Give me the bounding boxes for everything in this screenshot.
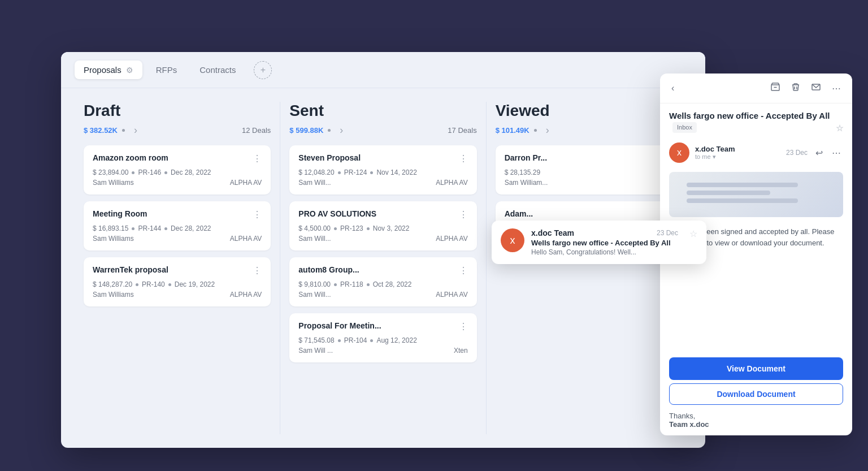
notif-avatar: x	[501, 228, 524, 252]
viewed-amount: $ 101.49K	[496, 126, 530, 135]
notif-subject: Wells fargo new office - Accepted By All	[531, 239, 678, 247]
card-autom8-company: ALPHA AV	[436, 291, 467, 299]
card-pro-av-code: PR-123	[340, 224, 363, 232]
draft-amount: $ 382.52K	[84, 126, 118, 135]
card-meeting-title: Meeting Room	[93, 209, 147, 218]
card-autom8-meta: $ 9,810.00 PR-118 Oct 28, 2022	[298, 280, 467, 288]
card-darron-footer: Sam William...	[505, 179, 674, 187]
draft-dot	[122, 129, 125, 132]
card-proposal-meetin-title: Proposal For Meetin...	[298, 321, 381, 330]
card-pro-av-assignee: Sam Will...	[298, 235, 331, 243]
card-meeting-assignee: Sam Williams	[93, 235, 134, 243]
tab-proposals-label: Proposals	[84, 65, 121, 75]
email-sender-row: x x.doc Team to me ▾ 23 Dec ↩ ⋯	[660, 138, 852, 167]
card-steven-assignee: Sam Will...	[298, 179, 331, 187]
card-amazon-zoom[interactable]: Amazon zoom room ⋮ $ 23,894.00 PR-146 De…	[84, 145, 271, 195]
email-date: 23 Dec	[786, 149, 808, 157]
card-darron-assignee: Sam William...	[505, 179, 548, 187]
notification-popup[interactable]: x x.doc Team 23 Dec Wells fargo new offi…	[492, 221, 706, 264]
card-pro-av-header: PRO AV SOLUTIONS ⋮	[298, 209, 467, 220]
card-autom8-date: Oct 28, 2022	[373, 280, 412, 288]
subject-star-icon[interactable]: ☆	[836, 123, 843, 134]
sender-to: to me ▾	[695, 153, 780, 161]
card-proposal-meetin-header: Proposal For Meetin... ⋮	[298, 321, 467, 332]
download-document-button[interactable]: Download Document	[669, 383, 843, 405]
card-meeting-menu[interactable]: ⋮	[253, 209, 262, 220]
card-warrentek-date: Dec 19, 2022	[175, 280, 215, 288]
sent-title: Sent	[289, 102, 476, 120]
card-adam-header: Adam... ⋮	[505, 209, 674, 220]
kanban-board: Draft $ 382.52K › 12 Deals Amazon zoom r…	[61, 88, 705, 448]
card-meeting-footer: Sam Williams ALPHA AV	[93, 235, 262, 243]
card-autom8-title: autom8 Group...	[298, 265, 359, 274]
card-darron-amount: $ 28,135.29	[505, 168, 540, 176]
card-pro-av-menu[interactable]: ⋮	[459, 209, 468, 220]
card-proposal-meetin-footer: Sam Will ... Xten	[298, 347, 467, 355]
card-steven[interactable]: Steven Proposal ⋮ $ 12,048.20 PR-124 Nov…	[289, 145, 476, 195]
tab-proposals[interactable]: Proposals ⚙	[75, 61, 142, 79]
tab-contracts-label: Contracts	[199, 65, 236, 75]
card-meeting-header: Meeting Room ⋮	[93, 209, 262, 220]
card-darron[interactable]: Darron Pr... ⋮ $ 28,135.29 Sam William..…	[496, 145, 683, 195]
preview-lines	[687, 183, 826, 206]
notif-avatar-initial: x	[510, 235, 515, 247]
card-autom8-menu[interactable]: ⋮	[459, 265, 468, 276]
card-autom8-assignee: Sam Will...	[298, 291, 331, 299]
card-pro-av-date: Nov 3, 2022	[373, 224, 410, 232]
card-pro-av[interactable]: PRO AV SOLUTIONS ⋮ $ 4,500.00 PR-123 Nov…	[289, 201, 476, 250]
tabs-bar: Proposals ⚙ RFPs Contracts +	[61, 52, 705, 88]
back-button[interactable]: ‹	[669, 81, 676, 96]
card-steven-date: Nov 14, 2022	[376, 168, 416, 176]
sent-arrow: ›	[340, 124, 343, 136]
card-pro-av-company: ALPHA AV	[436, 235, 467, 243]
notif-sender: x.doc Team	[531, 228, 574, 237]
card-autom8[interactable]: autom8 Group... ⋮ $ 9,810.00 PR-118 Oct …	[289, 257, 476, 306]
add-tab-button[interactable]: +	[254, 61, 272, 79]
card-steven-meta: $ 12,048.20 PR-124 Nov 14, 2022	[298, 168, 467, 176]
card-meeting-meta: $ 16,893.15 PR-144 Dec 28, 2022	[93, 224, 262, 232]
card-pro-av-footer: Sam Will... ALPHA AV	[298, 235, 467, 243]
card-proposal-meetin-menu[interactable]: ⋮	[459, 321, 468, 332]
card-warrentek-header: WarrenTek proposal ⋮	[93, 265, 262, 276]
card-autom8-amount: $ 9,810.00	[298, 280, 331, 288]
card-darron-header: Darron Pr... ⋮	[505, 153, 674, 164]
tab-contracts[interactable]: Contracts	[190, 61, 245, 79]
notif-star-icon[interactable]: ☆	[689, 228, 697, 239]
notif-preview: Hello Sam, Congratulations! Well...	[531, 248, 678, 256]
preview-line-2	[687, 191, 770, 195]
card-warrentek-meta: $ 148,287.20 PR-140 Dec 19, 2022	[93, 280, 262, 288]
card-warrentek-footer: Sam Williams ALPHA AV	[93, 291, 262, 299]
notif-header: x.doc Team 23 Dec	[531, 228, 678, 237]
card-warrentek-assignee: Sam Williams	[93, 291, 134, 299]
card-steven-menu[interactable]: ⋮	[459, 153, 468, 164]
card-autom8-footer: Sam Will... ALPHA AV	[298, 291, 467, 299]
card-steven-company: ALPHA AV	[436, 179, 467, 187]
email-reply-icons: ↩ ⋯	[813, 145, 843, 161]
card-amazon-footer: Sam Williams ALPHA AV	[93, 179, 262, 187]
sender-avatar: x	[669, 142, 689, 163]
draft-meta: $ 382.52K › 12 Deals	[84, 124, 271, 136]
card-pro-av-meta: $ 4,500.00 PR-123 Nov 3, 2022	[298, 224, 467, 232]
card-warrentek[interactable]: WarrenTek proposal ⋮ $ 148,287.20 PR-140…	[84, 257, 271, 306]
email-signature: Thanks, Team x.doc	[660, 409, 852, 435]
more-options-icon[interactable]: ⋯	[830, 81, 843, 96]
card-proposal-meetin-meta: $ 71,545.08 PR-104 Aug 12, 2022	[298, 336, 467, 344]
sender-info: x.doc Team to me ▾	[695, 145, 780, 161]
card-adam-title: Adam...	[505, 209, 533, 218]
tab-rfps[interactable]: RFPs	[147, 61, 186, 79]
archive-icon[interactable]	[769, 80, 782, 96]
reply-icon[interactable]: ↩	[813, 145, 825, 161]
card-meeting-room[interactable]: Meeting Room ⋮ $ 16,893.15 PR-144 Dec 28…	[84, 201, 271, 250]
card-warrentek-menu[interactable]: ⋮	[253, 265, 262, 276]
trash-icon[interactable]	[789, 80, 802, 96]
card-amazon-menu[interactable]: ⋮	[253, 153, 262, 164]
card-steven-footer: Sam Will... ALPHA AV	[298, 179, 467, 187]
draft-column: Draft $ 382.52K › 12 Deals Amazon zoom r…	[75, 102, 280, 434]
sent-deals: 17 Deals	[448, 126, 476, 135]
gear-icon[interactable]: ⚙	[126, 66, 133, 75]
card-proposal-meetin[interactable]: Proposal For Meetin... ⋮ $ 71,545.08 PR-…	[289, 313, 476, 362]
mail-icon[interactable]	[809, 80, 823, 96]
draft-deals: 12 Deals	[242, 126, 271, 135]
email-more-icon[interactable]: ⋯	[830, 145, 843, 161]
view-document-button[interactable]: View Document	[669, 357, 843, 380]
